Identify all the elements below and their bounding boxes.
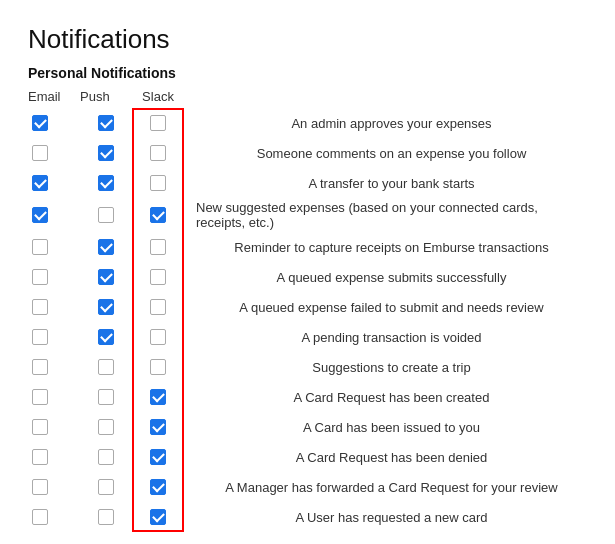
checkbox-push-4[interactable]: [98, 207, 114, 223]
checkbox-push-13[interactable]: [98, 479, 114, 495]
cell-email-3: [28, 175, 80, 191]
cell-email-2: [28, 145, 80, 161]
checkbox-slack-14[interactable]: [150, 509, 166, 525]
checkbox-email-13[interactable]: [32, 479, 48, 495]
table-row: A Card Request has been created: [28, 382, 587, 412]
checkbox-email-3[interactable]: [32, 175, 48, 191]
cell-slack-13: [132, 479, 184, 495]
checkbox-email-10[interactable]: [32, 389, 48, 405]
table-row: A queued expense failed to submit and ne…: [28, 292, 587, 322]
table-row: An admin approves your expenses: [28, 108, 587, 138]
cell-label-7: A queued expense failed to submit and ne…: [184, 300, 587, 315]
cell-push-9: [80, 359, 132, 375]
checkbox-email-2[interactable]: [32, 145, 48, 161]
table-row: A queued expense submits successfully: [28, 262, 587, 292]
checkbox-email-4[interactable]: [32, 207, 48, 223]
cell-slack-14: [132, 509, 184, 525]
checkbox-slack-6[interactable]: [150, 269, 166, 285]
cell-push-14: [80, 509, 132, 525]
checkbox-slack-4[interactable]: [150, 207, 166, 223]
rows-wrapper: An admin approves your expensesSomeone c…: [28, 108, 587, 532]
checkbox-push-11[interactable]: [98, 419, 114, 435]
table-row: A Manager has forwarded a Card Request f…: [28, 472, 587, 502]
cell-push-5: [80, 239, 132, 255]
cell-slack-1: [132, 115, 184, 131]
checkbox-email-9[interactable]: [32, 359, 48, 375]
cell-email-13: [28, 479, 80, 495]
cell-email-9: [28, 359, 80, 375]
cell-push-3: [80, 175, 132, 191]
cell-email-8: [28, 329, 80, 345]
cell-email-12: [28, 449, 80, 465]
cell-slack-7: [132, 299, 184, 315]
checkbox-email-12[interactable]: [32, 449, 48, 465]
checkbox-push-14[interactable]: [98, 509, 114, 525]
cell-slack-12: [132, 449, 184, 465]
checkbox-push-12[interactable]: [98, 449, 114, 465]
cell-push-12: [80, 449, 132, 465]
notifications-table: Email Push Slack An admin approves your …: [28, 89, 587, 532]
checkbox-push-3[interactable]: [98, 175, 114, 191]
checkbox-email-8[interactable]: [32, 329, 48, 345]
cell-push-4: [80, 207, 132, 223]
checkbox-email-1[interactable]: [32, 115, 48, 131]
cell-push-1: [80, 115, 132, 131]
checkbox-slack-3[interactable]: [150, 175, 166, 191]
cell-label-10: A Card Request has been created: [184, 390, 587, 405]
cell-label-3: A transfer to your bank starts: [184, 176, 587, 191]
checkbox-slack-10[interactable]: [150, 389, 166, 405]
checkbox-push-5[interactable]: [98, 239, 114, 255]
cell-label-8: A pending transaction is voided: [184, 330, 587, 345]
checkbox-push-2[interactable]: [98, 145, 114, 161]
checkbox-slack-11[interactable]: [150, 419, 166, 435]
checkbox-email-14[interactable]: [32, 509, 48, 525]
checkbox-push-9[interactable]: [98, 359, 114, 375]
checkbox-push-8[interactable]: [98, 329, 114, 345]
cell-label-6: A queued expense submits successfully: [184, 270, 587, 285]
cell-push-6: [80, 269, 132, 285]
col-header-email: Email: [28, 89, 80, 104]
cell-label-12: A Card Request has been denied: [184, 450, 587, 465]
checkbox-slack-5[interactable]: [150, 239, 166, 255]
cell-email-10: [28, 389, 80, 405]
table-row: Reminder to capture receipts on Emburse …: [28, 232, 587, 262]
cell-label-11: A Card has been issued to you: [184, 420, 587, 435]
checkbox-email-5[interactable]: [32, 239, 48, 255]
cell-label-13: A Manager has forwarded a Card Request f…: [184, 480, 587, 495]
cell-email-5: [28, 239, 80, 255]
table-row: New suggested expenses (based on your co…: [28, 198, 587, 232]
checkbox-email-11[interactable]: [32, 419, 48, 435]
cell-label-1: An admin approves your expenses: [184, 116, 587, 131]
cell-push-10: [80, 389, 132, 405]
cell-slack-3: [132, 175, 184, 191]
cell-email-4: [28, 207, 80, 223]
checkbox-slack-12[interactable]: [150, 449, 166, 465]
checkbox-push-1[interactable]: [98, 115, 114, 131]
table-row: A Card has been issued to you: [28, 412, 587, 442]
checkbox-slack-1[interactable]: [150, 115, 166, 131]
cell-slack-6: [132, 269, 184, 285]
cell-slack-8: [132, 329, 184, 345]
checkbox-slack-2[interactable]: [150, 145, 166, 161]
checkbox-slack-13[interactable]: [150, 479, 166, 495]
cell-slack-4: [132, 207, 184, 223]
cell-slack-5: [132, 239, 184, 255]
checkbox-email-6[interactable]: [32, 269, 48, 285]
cell-label-5: Reminder to capture receipts on Emburse …: [184, 240, 587, 255]
cell-push-8: [80, 329, 132, 345]
cell-label-14: A User has requested a new card: [184, 510, 587, 525]
section-title: Personal Notifications: [28, 65, 587, 81]
checkbox-slack-7[interactable]: [150, 299, 166, 315]
checkbox-push-10[interactable]: [98, 389, 114, 405]
table-row: A User has requested a new card: [28, 502, 587, 532]
checkbox-email-7[interactable]: [32, 299, 48, 315]
checkbox-push-7[interactable]: [98, 299, 114, 315]
checkbox-slack-8[interactable]: [150, 329, 166, 345]
table-row: A pending transaction is voided: [28, 322, 587, 352]
cell-push-11: [80, 419, 132, 435]
cell-push-2: [80, 145, 132, 161]
cell-label-9: Suggestions to create a trip: [184, 360, 587, 375]
checkbox-slack-9[interactable]: [150, 359, 166, 375]
checkbox-push-6[interactable]: [98, 269, 114, 285]
table-row: A transfer to your bank starts: [28, 168, 587, 198]
